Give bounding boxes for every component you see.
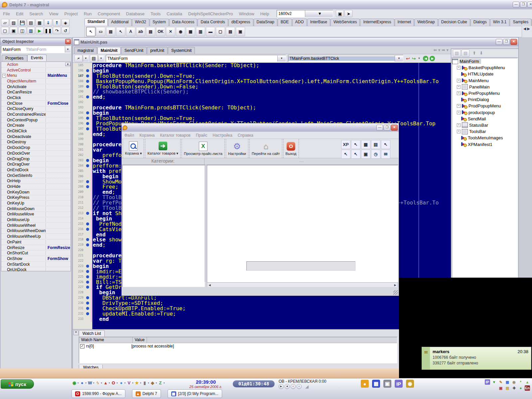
speedbar-icon[interactable]: ▦ — [36, 19, 44, 26]
quick-launch-icon[interactable]: O▾ — [111, 380, 118, 386]
object-tree[interactable]: MainForm+▶BasketPopupMenu▶HTMLUpdate+▶Ma… — [452, 58, 518, 281]
inspector-row[interactable]: OnCanResize — [1, 89, 70, 95]
chevron-down-icon[interactable]: ▾ — [148, 382, 149, 384]
quick-launch-icon[interactable]: V▾ — [126, 380, 134, 386]
palette-component-icon[interactable]: ▣ — [236, 27, 245, 36]
inspector-row[interactable]: OnMouseWheel — [1, 223, 70, 228]
inspector-row[interactable]: OnDblClick — [1, 128, 70, 134]
inspector-row[interactable]: OnPaint — [1, 239, 70, 245]
tray-icon[interactable]: ◉ — [511, 379, 517, 385]
tree-root[interactable]: MainForm — [452, 58, 517, 65]
palette-tab-interbase[interactable]: InterBase — [307, 19, 330, 26]
taskbar-icon[interactable]: IP — [395, 380, 403, 388]
inspector-row[interactable]: OnConstrainedResize — [1, 112, 70, 117]
inspector-row[interactable]: OnDockDrop — [1, 145, 70, 151]
inspector-row[interactable]: OnStartDock — [1, 262, 70, 267]
tree-item-sendmail[interactable]: ▶SendMail — [452, 116, 517, 122]
menu-item-view[interactable]: View — [46, 11, 62, 16]
tree-item-prefpopupmenu[interactable]: +▶PrefPopupMenu — [452, 90, 517, 96]
inspector-row[interactable]: OnClick — [1, 95, 70, 101]
speedbar-icon[interactable]: ▶ — [36, 27, 44, 34]
chevron-down-icon[interactable]: ▾ — [156, 382, 157, 384]
menu-item-edit[interactable]: Edit — [13, 11, 26, 16]
tray-icon[interactable]: ▦ — [505, 379, 510, 385]
menu-item-castalia[interactable]: Castalia — [164, 11, 185, 16]
app-menu-настройка[interactable]: Настройка — [210, 133, 235, 138]
editor-minimize-button[interactable]: — — [496, 39, 502, 45]
ide-close-button[interactable]: ✕ — [527, 2, 532, 8]
tree-item-toolsmenuimages[interactable]: ▶ToolsMenuImages — [452, 135, 517, 141]
editor-restore-button[interactable]: ❐ — [503, 39, 510, 45]
property-value[interactable]: ▼ — [46, 63, 70, 66]
player-button[interactable]: ▶ — [279, 384, 284, 389]
chevron-down-icon[interactable]: ▼ — [277, 56, 286, 62]
palette-component-icon[interactable]: ab — [136, 27, 145, 36]
tray-icon[interactable]: ▣ — [498, 385, 503, 391]
app-toolbar-button-basket[interactable]: Корзина ▾ — [123, 139, 144, 158]
palette-scroll-arrows[interactable]: ◀ ▶ — [523, 27, 530, 31]
chevron-down-icon[interactable]: ▼ — [305, 10, 333, 17]
quick-launch-icon[interactable]: W▾ — [87, 380, 94, 386]
palette-component-icon[interactable]: ▤ — [226, 27, 235, 36]
tree-item-prodpopupmenu[interactable]: +▶ProdPopupMenu — [452, 103, 517, 109]
quick-launch-icon[interactable]: ϟ▾ — [95, 380, 102, 386]
chevron-down-icon[interactable]: ▾ — [164, 382, 165, 384]
palette-tab-data-access[interactable]: Data Access — [169, 19, 198, 26]
tree-item-statusbar[interactable]: +StatusBar — [452, 122, 517, 128]
expand-icon[interactable]: + — [457, 104, 461, 108]
menu-item-database[interactable]: Database — [123, 11, 148, 16]
inspector-row[interactable]: OnResizeFormResize — [1, 245, 70, 251]
speedbar-icon[interactable]: ◈ — [62, 19, 69, 26]
move-up-icon[interactable]: ⬆ — [472, 51, 476, 56]
chevron-down-icon[interactable]: ▼ — [395, 56, 403, 62]
speedbar-icon[interactable]: ↷ — [53, 27, 61, 34]
app-toolbar-button-catalog[interactable]: ➔Каталог товаров ▾ — [145, 139, 181, 158]
member-combo[interactable]: TMainForm.basketBTTClick ▼ — [288, 55, 403, 62]
quick-launch-icon[interactable]: Z▾ — [158, 380, 165, 386]
palette-component-icon[interactable]: ↖ — [86, 27, 95, 36]
app-minimize-button[interactable]: — — [376, 125, 383, 131]
task-button[interactable]: O1598:990 - Форум А... — [71, 389, 125, 398]
palette-tab-win-3-1[interactable]: Win 3.1 — [490, 19, 510, 26]
palette-component-icon[interactable]: OK — [156, 27, 165, 36]
inspector-row[interactable]: OnMouseDown — [1, 206, 70, 212]
palette-tab-internetexpress[interactable]: InternetExpress — [360, 19, 394, 26]
task-button[interactable]: ▲Delphi 7 — [132, 389, 161, 398]
watch-close-icon[interactable]: ✕ — [73, 330, 78, 335]
palette-tab-websnap[interactable]: WebSnap — [414, 19, 438, 26]
run-layout-icon[interactable]: ➤ — [344, 10, 352, 17]
quick-launch-icon[interactable]: ◆▾ — [150, 380, 157, 386]
palette-tab-webservices[interactable]: WebServices — [331, 19, 360, 26]
inspector-row[interactable]: OnHelp — [1, 178, 70, 184]
resize-grip[interactable] — [393, 290, 398, 295]
expand-icon[interactable]: + — [457, 130, 461, 133]
inspector-row[interactable]: OnCreate — [1, 123, 70, 129]
palette-tab-system[interactable]: System — [150, 19, 169, 26]
menu-item-project[interactable]: Project — [62, 11, 81, 16]
inspector-row[interactable]: OnContextPopup — [1, 117, 70, 123]
menu-item-help[interactable]: Help — [257, 11, 272, 16]
inspector-row[interactable]: ObjectMenuItem — [1, 78, 70, 84]
tray-icon[interactable]: ▼ — [491, 379, 497, 385]
palette-component-icon[interactable]: ▤ — [146, 27, 155, 36]
chevron-down-icon[interactable]: ▾ — [132, 382, 134, 384]
speedbar-icon[interactable]: ▣ — [10, 27, 18, 34]
speedbar-icon[interactable]: ◫ — [18, 27, 26, 34]
ide-restore-button[interactable]: ❐ — [520, 2, 527, 8]
palette-component-icon[interactable]: ▭ — [96, 27, 105, 36]
tray-icon[interactable]: ● — [518, 385, 523, 391]
chevron-down-icon[interactable]: ▾ — [109, 382, 110, 384]
expand-icon[interactable]: + — [457, 111, 461, 114]
tree-tool-icon[interactable]: ▨ — [462, 50, 469, 57]
tray-icon[interactable]: ✎ — [498, 379, 503, 385]
inspector-row[interactable]: OnCloseFormClose — [1, 101, 70, 106]
tray-icon[interactable]: ▤ — [505, 385, 510, 391]
palette-component-icon[interactable]: ◉ — [176, 27, 185, 36]
expand-icon[interactable]: + — [457, 79, 461, 82]
chevron-down-icon[interactable]: ▾ — [124, 382, 126, 384]
chevron-down-icon[interactable]: ▾ — [140, 382, 141, 384]
expand-icon[interactable]: + — [457, 66, 461, 69]
speedbar-icon[interactable]: ▥ — [27, 27, 35, 34]
app-menu-каталог-товаров[interactable]: Каталог товаров — [157, 133, 193, 138]
quick-launch-icon[interactable]: ▮▾ — [142, 380, 149, 386]
